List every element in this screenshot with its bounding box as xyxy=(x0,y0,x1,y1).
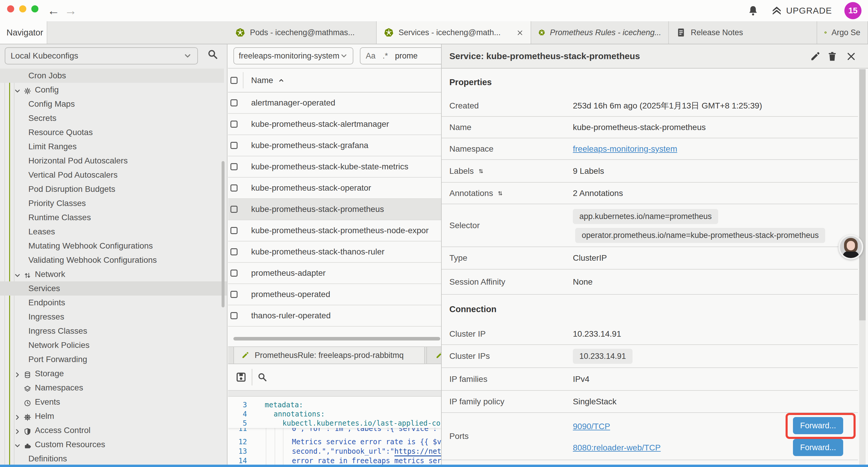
kubeconfig-selector[interactable]: Local Kubeconfigs xyxy=(5,47,198,64)
row-checkbox[interactable] xyxy=(230,312,238,319)
chevron-down-icon[interactable] xyxy=(13,440,21,450)
delete-trash-icon[interactable] xyxy=(827,51,838,62)
tab-prometheus-rules-icecheng[interactable]: Prometheus Rules - icecheng... xyxy=(531,21,669,44)
namespace-filter-select[interactable]: freeleaps-monitoring-system xyxy=(234,47,353,64)
tab-services-icecheng-math[interactable]: Services - icecheng@math... xyxy=(377,21,531,44)
row-checkbox[interactable] xyxy=(230,206,238,213)
name-column-header[interactable]: Name xyxy=(251,68,285,92)
row-checkbox[interactable] xyxy=(230,248,238,255)
chevron-down-icon[interactable] xyxy=(13,270,21,280)
sidebar-item-services[interactable]: Services xyxy=(0,282,227,296)
sidebar-item-resource-quotas[interactable]: Resource Quotas xyxy=(0,125,224,140)
sidebar-item-network-policies[interactable]: Network Policies xyxy=(0,338,224,352)
sidebar-item-storage[interactable]: Storage xyxy=(0,367,224,381)
sidebar-item-leases[interactable]: Leases xyxy=(0,225,224,239)
window-zoom-button[interactable] xyxy=(31,5,38,12)
match-case-toggle[interactable]: Aa xyxy=(366,52,375,61)
assistant-avatar[interactable] xyxy=(838,235,863,260)
line-number: 3 xyxy=(233,401,247,409)
sidebar-item-config[interactable]: Config xyxy=(0,83,224,97)
select-all-checkbox[interactable] xyxy=(230,77,238,84)
sidebar-item-definitions[interactable]: Definitions xyxy=(0,451,224,465)
sidebar-item-limit-ranges[interactable]: Limit Ranges xyxy=(0,140,224,154)
sidebar-item-secrets[interactable]: Secrets xyxy=(0,111,224,125)
window-close-button[interactable] xyxy=(7,5,14,12)
tab-argo-se[interactable]: Argo Se xyxy=(817,21,868,44)
row-checkbox[interactable] xyxy=(230,184,238,192)
row-checkbox[interactable] xyxy=(230,163,238,170)
sidebar-item-pod-disruption-budgets[interactable]: Pod Disruption Budgets xyxy=(0,182,224,196)
namespace-link[interactable]: freeleaps-monitoring-system xyxy=(573,144,677,154)
sidebar-item-runtime-classes[interactable]: Runtime Classes xyxy=(0,210,224,225)
sidebar-item-network[interactable]: Network xyxy=(0,267,224,282)
row-checkbox[interactable] xyxy=(230,142,238,149)
table-row[interactable]: kube-prometheus-stack-operator xyxy=(228,178,441,199)
table-row[interactable]: kube-prometheus-stack-prometheus xyxy=(228,199,441,220)
forward-button[interactable]: Forward... xyxy=(793,439,843,456)
chevron-right-icon[interactable] xyxy=(13,370,21,379)
chevron-down-icon[interactable] xyxy=(13,86,21,95)
table-row[interactable]: kube-prometheus-stack-kube-state-metrics xyxy=(228,156,441,178)
sidebar-item-events[interactable]: Events xyxy=(0,395,224,409)
table-row[interactable]: thanos-ruler-operated xyxy=(228,305,441,327)
editor-search-icon[interactable] xyxy=(257,372,268,382)
sidebar-item-endpoints[interactable]: Endpoints xyxy=(0,296,224,310)
regex-toggle[interactable]: .* xyxy=(382,52,388,61)
editor-tab-prometheusrule[interactable]: PrometheusRule: freeleaps-prod-rabbitmq xyxy=(234,347,425,363)
port-link[interactable]: 8080:reloader-web/TCP xyxy=(573,443,660,453)
table-search-input[interactable]: Aa .* prome xyxy=(360,47,441,64)
close-icon[interactable] xyxy=(845,51,857,62)
chevron-right-icon[interactable] xyxy=(13,412,21,421)
sidebar-item-vertical-pod-autoscalers[interactable]: Vertical Pod Autoscalers xyxy=(0,168,224,182)
forward-arrow-icon[interactable]: → xyxy=(64,4,77,18)
editor-tab-partial[interactable] xyxy=(426,347,441,363)
row-checkbox[interactable] xyxy=(230,291,238,298)
drawer-scrollbar-track[interactable] xyxy=(859,69,866,465)
table-row[interactable]: prometheus-adapter xyxy=(228,263,441,284)
sidebar-item-priority-classes[interactable]: Priority Classes xyxy=(0,196,224,210)
sidebar-item-helm[interactable]: Helm xyxy=(0,409,224,423)
table-row[interactable]: kube-prometheus-stack-prometheus-node-ex… xyxy=(228,220,441,241)
sidebar-item-cron-jobs[interactable]: Cron Jobs xyxy=(0,68,224,83)
window-minimize-button[interactable] xyxy=(19,5,26,12)
yaml-editor[interactable]: 110","for":"1m","labels":{"service":"3me… xyxy=(228,397,441,465)
tab-release-notes[interactable]: Release Notes xyxy=(669,21,817,44)
drawer-scrollbar-thumb[interactable] xyxy=(859,69,866,320)
horizontal-scrollbar[interactable] xyxy=(234,337,440,341)
code-link[interactable]: https://net xyxy=(395,447,441,456)
sidebar-item-config-maps[interactable]: Config Maps xyxy=(0,97,224,111)
table-row[interactable]: alertmanager-operated xyxy=(228,92,441,114)
table-row[interactable]: kube-prometheus-stack-alertmanager xyxy=(228,114,441,135)
back-arrow-icon[interactable]: ← xyxy=(47,4,60,18)
notification-bell-icon[interactable] xyxy=(747,5,759,17)
edit-pencil-icon[interactable] xyxy=(809,51,821,62)
sidebar-item-ingresses[interactable]: Ingresses xyxy=(0,310,224,324)
tab-pods-icecheng-mathmas[interactable]: Pods - icecheng@mathmas... xyxy=(228,21,377,44)
sidebar-item-port-forwarding[interactable]: Port Forwarding xyxy=(0,352,224,367)
sidebar-item-namespaces[interactable]: Namespaces xyxy=(0,381,224,395)
row-checkbox[interactable] xyxy=(230,269,238,276)
navigator-panel-tab[interactable]: Navigator xyxy=(0,21,47,44)
sidebar-item-mutating-webhook-configurations[interactable]: Mutating Webhook Configurations xyxy=(0,239,224,253)
chevron-right-icon[interactable] xyxy=(13,426,21,436)
close-tab-icon[interactable] xyxy=(517,28,524,37)
row-checkbox[interactable] xyxy=(230,227,238,234)
table-row[interactable]: kube-prometheus-stack-thanos-ruler xyxy=(228,241,441,263)
row-checkbox[interactable] xyxy=(230,121,238,128)
sidebar-item-label: Vertical Pod Autoscalers xyxy=(28,170,118,180)
sidebar-item-access-control[interactable]: Access Control xyxy=(0,423,224,437)
sidebar-item-custom-resources[interactable]: Custom Resources xyxy=(0,437,224,451)
sidebar-item-horizontal-pod-autoscalers[interactable]: Horizontal Pod Autoscalers xyxy=(0,154,224,168)
table-row[interactable]: prometheus-operated xyxy=(228,284,441,305)
sidebar-item-ingress-classes[interactable]: Ingress Classes xyxy=(0,324,224,338)
sidebar-scrollbar[interactable] xyxy=(222,161,224,308)
update-count-badge[interactable]: 15 xyxy=(844,2,862,19)
upgrade-button[interactable]: UPGRADE xyxy=(771,5,832,16)
sidebar-search-icon[interactable] xyxy=(207,49,219,60)
table-row[interactable]: kube-prometheus-stack-grafana xyxy=(228,135,441,156)
row-checkbox[interactable] xyxy=(230,99,238,107)
sidebar-item-validating-webhook-configurations[interactable]: Validating Webhook Configurations xyxy=(0,253,224,267)
save-icon[interactable] xyxy=(235,371,247,383)
port-link[interactable]: 9090/TCP xyxy=(573,422,610,431)
editor-scroll-strip[interactable] xyxy=(228,390,441,397)
